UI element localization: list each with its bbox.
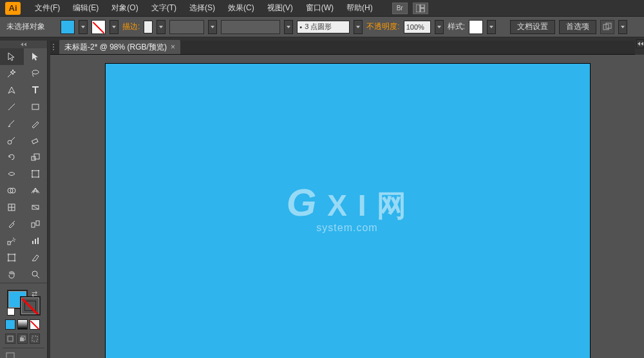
svg-rect-9 [32,138,37,144]
paintbrush-tool[interactable] [0,115,24,132]
profile-bullet: • [299,23,302,31]
draw-behind[interactable] [17,334,28,344]
pencil-tool[interactable] [24,115,48,132]
transform-dropdown[interactable] [618,20,627,34]
menu-file[interactable]: 文件(F) [28,0,66,17]
svg-line-6 [8,104,15,110]
canvas-area[interactable]: G X I 网 system.com [50,55,644,358]
color-mode[interactable] [5,319,15,330]
menu-help[interactable]: 帮助(H) [340,0,379,17]
opacity-dropdown[interactable] [435,20,444,34]
rotate-tool[interactable] [0,149,24,165]
menu-select[interactable]: 选择(S) [183,0,222,17]
menubar-right: Br [392,3,428,14]
menu-object[interactable]: 对象(O) [105,0,144,17]
pen-tool[interactable] [0,82,24,99]
options-bar: 未选择对象 描边: • 3 点圆形 不透明度: 100% 样式: 文档设置 首选… [0,17,644,37]
width-tool[interactable] [0,165,24,182]
fill-swatch[interactable] [61,20,75,34]
color-controls: ⇄ [0,283,47,358]
stroke-weight-dropdown[interactable] [156,20,166,34]
eraser-tool[interactable] [24,132,48,149]
toolbox-collapse[interactable] [0,41,47,48]
stroke-box[interactable] [20,296,41,316]
artboard-tool[interactable] [0,249,24,266]
svg-rect-0 [416,5,420,12]
opacity-label: 不透明度: [366,21,399,32]
slice-tool[interactable] [24,249,48,266]
tab-title: 未标题-2* @ 98% (RGB/预览) [64,42,167,53]
blob-brush-tool[interactable] [0,132,24,149]
draw-inside[interactable] [30,334,40,344]
svg-rect-2 [421,8,424,12]
svg-point-16 [38,176,39,178]
profile-dropdown[interactable] [354,20,363,34]
draw-mode-row [3,334,44,348]
gradient-mode[interactable] [17,319,28,330]
eyedropper-tool[interactable] [0,216,24,232]
mesh-tool[interactable] [0,199,24,216]
stroke-weight-input[interactable] [144,21,153,33]
tabbar-handle[interactable] [50,40,57,54]
zoom-tool[interactable] [24,266,48,283]
none-mode[interactable] [30,319,40,330]
var-width-profile[interactable] [169,20,204,34]
profile-input[interactable]: • 3 点圆形 [297,21,350,33]
fill-dropdown[interactable] [79,20,88,34]
svg-rect-30 [8,336,13,341]
artboard[interactable] [106,64,590,358]
menu-window[interactable]: 窗口(W) [299,0,340,17]
menu-edit[interactable]: 编辑(E) [66,0,105,17]
svg-rect-31 [20,337,24,341]
menu-view[interactable]: 视图(V) [261,0,299,17]
style-swatch[interactable] [469,20,483,34]
type-tool[interactable] [24,82,48,99]
scale-tool[interactable] [24,149,48,165]
gradient-tool[interactable] [24,199,48,216]
preferences-button[interactable]: 首选项 [559,20,596,34]
var-width-dropdown[interactable] [208,20,217,34]
doc-setup-button[interactable]: 文档设置 [510,20,555,34]
draw-normal[interactable] [5,334,15,344]
transform-panel-icon[interactable] [600,20,614,34]
column-graph-tool[interactable] [24,232,48,249]
svg-rect-27 [8,254,15,261]
hand-tool[interactable] [0,266,24,283]
screen-mode-button[interactable] [5,351,15,358]
brush-def[interactable] [221,20,280,34]
svg-point-5 [32,70,39,74]
selection-tool[interactable] [0,48,24,65]
document-tab[interactable]: 未标题-2* @ 98% (RGB/预览) × [59,40,180,54]
toolbox: ⇄ [0,41,48,358]
fill-stroke-indicator[interactable]: ⇄ [6,290,42,316]
rectangle-tool[interactable] [24,99,48,115]
line-tool[interactable] [0,99,24,115]
svg-rect-24 [32,241,33,244]
style-label: 样式: [448,21,465,32]
opacity-input[interactable]: 100% [404,21,431,33]
swap-fill-stroke-icon[interactable]: ⇄ [32,290,39,297]
menu-type[interactable]: 文字(T) [145,0,183,17]
lasso-tool[interactable] [24,65,48,82]
free-transform-tool[interactable] [24,165,48,182]
blend-tool[interactable] [24,216,48,232]
default-fill-stroke-icon[interactable] [7,308,15,316]
symbol-sprayer-tool[interactable] [0,232,24,249]
brush-dropdown[interactable] [284,20,293,34]
menu-effect[interactable]: 效果(C) [222,0,261,17]
panel-expand-handle[interactable] [636,39,644,48]
direct-selection-tool[interactable] [24,48,48,65]
svg-rect-10 [32,156,35,160]
arrange-docs-button[interactable] [413,3,428,14]
perspective-grid-tool[interactable] [24,182,48,199]
stroke-swatch[interactable] [91,20,106,34]
style-dropdown[interactable] [487,20,496,34]
app-logo: Ai [5,2,21,15]
svg-point-15 [32,176,33,178]
magic-wand-tool[interactable] [0,65,24,82]
shape-builder-tool[interactable] [0,182,24,199]
stroke-dropdown[interactable] [109,20,118,34]
tab-close-icon[interactable]: × [171,42,175,52]
fill-mode-row [3,319,44,334]
bridge-button[interactable]: Br [392,3,408,14]
